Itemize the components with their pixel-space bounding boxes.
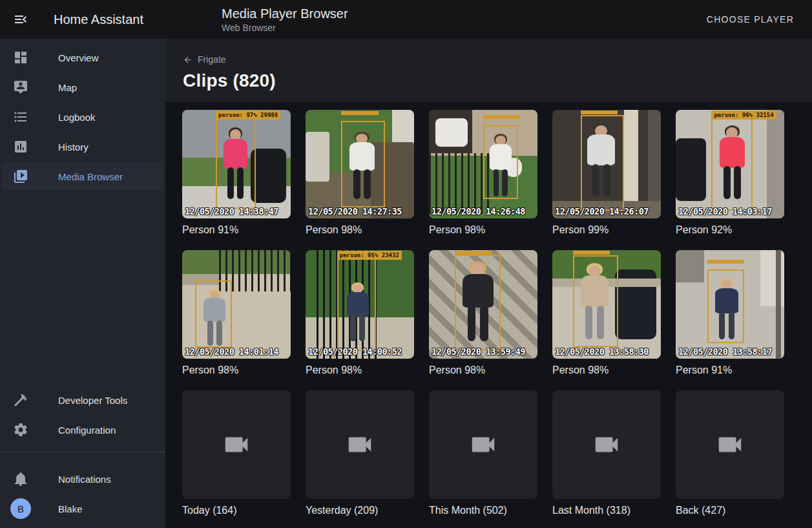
scene-prop <box>776 250 781 359</box>
sidebar-item-map[interactable]: Map <box>3 73 163 101</box>
play-box-multiple-icon-wrap <box>13 169 28 184</box>
scene-prop <box>429 153 490 214</box>
folder-card-back[interactable] <box>676 390 784 499</box>
format-list-bulleted-icon <box>13 109 28 125</box>
folder-cell: This Month (502) <box>429 390 537 516</box>
sidebar-item-notifications[interactable]: Notifications <box>3 465 163 493</box>
clip-label: Person 92% <box>676 224 784 236</box>
sidebar-item-configuration[interactable]: Configuration <box>3 416 163 444</box>
clip-thumbnail[interactable]: 12/05/2020 14:01:14 <box>182 250 291 359</box>
sidebar-tools-nav: Developer ToolsConfiguration <box>0 381 165 445</box>
detection-label-chip <box>455 251 492 255</box>
sidebar-toggle-button[interactable] <box>13 12 28 27</box>
sidebar-bottom-nav: NotificationsBBlake <box>0 460 165 528</box>
sidebar-item-overview[interactable]: Overview <box>3 43 163 72</box>
media-header: Frigate Clips (820) <box>165 39 812 102</box>
clip-timestamp-overlay: 12/05/2020 14:00:52 <box>308 346 402 357</box>
scene-prop <box>306 132 329 182</box>
clip-thumbnail[interactable]: 12/05/2020 14:26:48 <box>429 110 537 218</box>
app-title: Home Assistant <box>54 12 143 27</box>
clip-cell: 12/05/2020 13:59:49Person 98% <box>429 250 537 376</box>
clip-thumbnail[interactable]: 12/05/2020 13:58:30 <box>552 250 661 359</box>
avatar: B <box>10 498 31 519</box>
clip-timestamp-overlay: 12/05/2020 14:26:07 <box>555 206 649 216</box>
menu-open-icon <box>13 12 28 27</box>
arrow-left-icon <box>183 55 193 65</box>
video-icon-wrap <box>222 430 251 459</box>
sidebar-item-label: Notifications <box>58 474 111 485</box>
clip-label: Person 98% <box>182 364 291 376</box>
folder-label: Back (427) <box>676 505 784 516</box>
chart-box-icon-wrap <box>13 139 28 154</box>
media-browser-subtitle: Web Browser <box>222 22 348 34</box>
clip-thumbnail[interactable]: 12/05/2020 14:27:35 <box>306 110 414 218</box>
folder-card-this-month[interactable] <box>429 390 537 499</box>
clip-timestamp-overlay: 12/05/2020 14:03:17 <box>678 206 772 216</box>
cog-icon <box>13 422 28 438</box>
folder-cell: Yesterday (209) <box>306 390 414 516</box>
clip-label: Person 98% <box>306 364 414 376</box>
folder-card-today[interactable] <box>182 390 291 499</box>
clip-thumbnail[interactable]: person: 97% 2998812/05/2020 14:38:47 <box>182 110 291 218</box>
video-icon <box>592 430 621 459</box>
detection-label-chip: person: 97% 29988 <box>216 111 280 120</box>
video-icon <box>468 430 498 459</box>
sidebar-item-logbook[interactable]: Logbook <box>3 103 163 131</box>
sidebar-nav: OverviewMapLogbookHistoryMedia Browser <box>0 39 165 192</box>
sidebar-item-label: Map <box>58 82 77 93</box>
clip-thumbnail[interactable]: 12/05/2020 13:58:17 <box>676 250 784 359</box>
detection-label-chip <box>581 111 618 114</box>
folder-cell: Today (164) <box>182 390 291 516</box>
sidebar-item-history[interactable]: History <box>3 132 163 161</box>
sidebar-item-blake[interactable]: BBlake <box>3 494 163 523</box>
video-icon <box>715 430 745 459</box>
choose-player-button[interactable]: CHOOSE PLAYER <box>702 9 799 30</box>
sidebar-item-label: Media Browser <box>58 171 123 182</box>
clip-label: Person 99% <box>552 224 661 236</box>
clip-cell: person: 95% 2343212/05/2020 14:00:52Pers… <box>306 250 414 376</box>
play-box-multiple-icon <box>13 169 28 184</box>
sidebar-item-developer-tools[interactable]: Developer Tools <box>3 386 163 414</box>
sidebar-spacer <box>0 192 165 381</box>
folder-cell: Last Month (318) <box>552 390 661 516</box>
clip-thumbnail[interactable]: person: 96% 3215412/05/2020 14:03:17 <box>676 110 784 218</box>
app-header: Home Assistant Media Player Browser Web … <box>0 0 812 39</box>
folder-card-last-month[interactable] <box>552 390 661 499</box>
video-icon <box>345 430 375 459</box>
page-title: Clips (820) <box>183 70 812 91</box>
scene-prop <box>435 118 468 147</box>
clip-thumbnail[interactable]: 12/05/2020 13:59:49 <box>429 250 537 359</box>
clip-thumbnail[interactable]: person: 95% 2343212/05/2020 14:00:52 <box>306 250 414 359</box>
hammer-icon-wrap <box>13 392 28 408</box>
clip-label: Person 98% <box>552 364 661 376</box>
folder-card-yesterday[interactable] <box>306 390 414 499</box>
clip-cell: 12/05/2020 13:58:30Person 98% <box>552 250 661 376</box>
media-content: person: 97% 2998812/05/2020 14:38:47Pers… <box>165 102 812 528</box>
format-list-bulleted-icon-wrap <box>13 109 28 125</box>
clip-cell: person: 96% 3215412/05/2020 14:03:17Pers… <box>676 110 784 236</box>
clip-cell: 12/05/2020 14:27:35Person 98% <box>306 110 414 236</box>
clip-cell: 12/05/2020 14:26:07Person 99% <box>552 110 661 236</box>
video-icon-wrap <box>592 430 621 459</box>
sidebar-divider <box>0 452 165 452</box>
sidebar-item-media-browser[interactable]: Media Browser <box>3 162 163 191</box>
sidebar-item-label: Logbook <box>58 112 96 123</box>
clip-timestamp-overlay: 12/05/2020 14:38:47 <box>185 206 278 216</box>
detection-label-chip <box>573 251 610 255</box>
clip-label: Person 91% <box>182 224 291 236</box>
folder-label: This Month (502) <box>429 505 537 516</box>
detection-box <box>216 118 256 209</box>
clip-thumbnail[interactable]: 12/05/2020 14:26:07 <box>552 110 661 218</box>
media-browser-title: Media Player Browser <box>222 6 348 22</box>
detection-box <box>455 255 501 350</box>
clip-timestamp-overlay: 12/05/2020 14:27:35 <box>308 206 402 216</box>
detection-box <box>707 269 744 343</box>
detection-box <box>483 125 518 199</box>
breadcrumb-label: Frigate <box>198 54 226 65</box>
breadcrumb-back-frigate[interactable]: Frigate <box>183 54 226 65</box>
sidebar-item-label: Overview <box>58 52 99 63</box>
scene-prop <box>767 110 784 218</box>
media-grid: person: 97% 2998812/05/2020 14:38:47Pers… <box>165 102 812 516</box>
video-icon-wrap <box>468 430 498 459</box>
detection-box <box>337 258 376 351</box>
